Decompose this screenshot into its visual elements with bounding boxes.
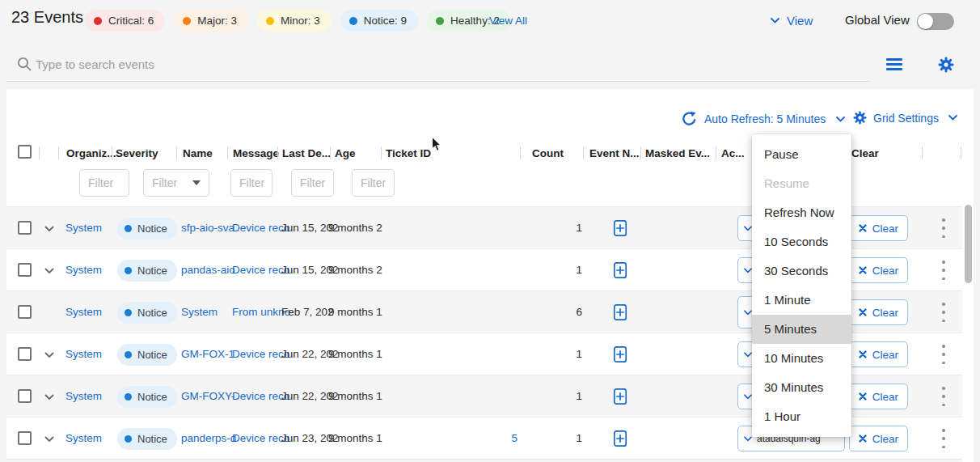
menu-item-30-minutes[interactable]: 30 Minutes bbox=[752, 373, 851, 402]
col-header-age[interactable]: Age bbox=[335, 146, 356, 160]
row-actions-kebab-icon[interactable] bbox=[938, 218, 949, 238]
organization-link[interactable]: System bbox=[65, 417, 102, 460]
clear-button[interactable]: Clear bbox=[849, 341, 908, 367]
auto-refresh-dropdown[interactable]: Auto Refresh: 5 Minutes bbox=[681, 111, 845, 127]
col-header-name[interactable]: Name bbox=[183, 146, 213, 160]
age-value: 9 months 2 bbox=[328, 207, 382, 249]
chevron-down-icon bbox=[771, 18, 779, 23]
count-value: 1 bbox=[517, 207, 582, 249]
row-checkbox[interactable] bbox=[18, 389, 32, 403]
menu-item-10-seconds[interactable]: 10 Seconds bbox=[752, 227, 851, 256]
col-header-organization[interactable]: Organiz... bbox=[66, 146, 116, 160]
settings-gear-icon[interactable] bbox=[938, 57, 954, 73]
healthy-dot-icon bbox=[436, 17, 444, 25]
row-checkbox[interactable] bbox=[18, 263, 32, 277]
create-ticket-icon[interactable] bbox=[612, 388, 628, 405]
minor-badge[interactable]: Minor: 3 bbox=[257, 10, 332, 32]
count-value: 1 bbox=[517, 417, 582, 460]
col-header-last-detected[interactable]: Last De... bbox=[282, 146, 331, 160]
menu-item-1-hour[interactable]: 1 Hour bbox=[752, 402, 851, 431]
row-checkbox[interactable] bbox=[18, 221, 32, 235]
severity-badge: Notice bbox=[117, 386, 177, 408]
row-actions-kebab-icon[interactable] bbox=[938, 303, 949, 322]
search-underline bbox=[6, 81, 870, 82]
row-checkbox[interactable] bbox=[18, 347, 32, 361]
clear-button[interactable]: Clear bbox=[849, 215, 908, 241]
create-ticket-icon[interactable] bbox=[612, 430, 628, 447]
row-actions-kebab-icon[interactable] bbox=[938, 429, 949, 448]
menu-item-pause[interactable]: Pause bbox=[752, 140, 851, 169]
create-ticket-icon[interactable] bbox=[612, 261, 628, 279]
ticket-id-link[interactable]: 5 bbox=[453, 417, 517, 460]
expand-chevron-icon[interactable] bbox=[44, 226, 54, 232]
vertical-scrollbar-thumb[interactable] bbox=[965, 205, 972, 283]
col-header-severity[interactable]: Severity bbox=[116, 146, 158, 160]
device-name-link[interactable]: pandas-aio bbox=[181, 249, 235, 291]
critical-badge[interactable]: Critical: 6 bbox=[85, 10, 165, 32]
age-value: 9 months 1 bbox=[328, 375, 382, 417]
count-value: 6 bbox=[517, 291, 582, 333]
device-name-link[interactable]: sfp-aio-sva bbox=[181, 207, 234, 249]
device-name-link[interactable]: System bbox=[181, 291, 218, 333]
search-icon bbox=[17, 57, 32, 71]
count-value: 1 bbox=[517, 249, 582, 291]
menu-item-1-minute[interactable]: 1 Minute bbox=[752, 286, 851, 315]
row-actions-kebab-icon[interactable] bbox=[938, 345, 949, 364]
chevron-down-icon bbox=[948, 115, 957, 121]
row-checkbox[interactable] bbox=[18, 305, 32, 319]
clear-button[interactable]: Clear bbox=[849, 299, 908, 325]
last-detected-filter-input[interactable] bbox=[352, 169, 395, 197]
organization-link[interactable]: System bbox=[65, 333, 102, 375]
col-header-event-note[interactable]: Event N... bbox=[589, 146, 640, 160]
select-all-checkbox[interactable] bbox=[18, 145, 32, 159]
refresh-icon bbox=[681, 111, 697, 127]
global-view-toggle[interactable] bbox=[917, 13, 954, 30]
device-name-link[interactable]: GM-FOX-1 bbox=[181, 333, 234, 375]
chevron-down-icon bbox=[744, 310, 752, 316]
create-ticket-icon[interactable] bbox=[612, 219, 628, 237]
device-name-link[interactable]: panderps-d bbox=[181, 417, 236, 460]
row-actions-kebab-icon[interactable] bbox=[938, 261, 949, 280]
major-badge[interactable]: Major: 3 bbox=[174, 10, 248, 32]
col-header-message[interactable]: Message bbox=[233, 146, 279, 160]
notice-badge[interactable]: Notice: 9 bbox=[340, 10, 418, 32]
severity-filter-select[interactable]: Filter bbox=[143, 169, 209, 197]
message-filter-input[interactable] bbox=[291, 169, 334, 197]
col-header-ticket-id[interactable]: Ticket ID bbox=[386, 146, 431, 160]
clear-button[interactable]: Clear bbox=[849, 426, 908, 451]
expand-chevron-icon[interactable] bbox=[44, 394, 54, 401]
col-header-clear[interactable]: Clear bbox=[851, 146, 879, 160]
view-all-link[interactable]: View All bbox=[489, 15, 527, 27]
menu-item-5-minutes[interactable]: 5 Minutes bbox=[752, 315, 851, 344]
create-ticket-icon[interactable] bbox=[612, 345, 628, 363]
x-icon bbox=[859, 266, 867, 274]
view-dropdown[interactable]: View bbox=[771, 14, 813, 28]
critical-dot-icon bbox=[94, 17, 102, 25]
name-filter-input[interactable] bbox=[230, 169, 272, 197]
menu-item-10-minutes[interactable]: 10 Minutes bbox=[752, 344, 851, 373]
expand-chevron-icon[interactable] bbox=[44, 436, 54, 443]
expand-chevron-icon[interactable] bbox=[44, 352, 54, 358]
col-header-acknowledge[interactable]: Ac... bbox=[721, 146, 745, 160]
organization-link[interactable]: System bbox=[65, 249, 102, 291]
col-header-count[interactable]: Count bbox=[532, 146, 564, 160]
organization-link[interactable]: System bbox=[65, 207, 102, 249]
organization-link[interactable]: System bbox=[65, 291, 102, 333]
organization-link[interactable]: System bbox=[65, 375, 102, 417]
row-checkbox[interactable] bbox=[18, 431, 32, 445]
menu-item-30-seconds[interactable]: 30 Seconds bbox=[752, 256, 851, 286]
expand-chevron-icon[interactable] bbox=[44, 268, 54, 274]
col-header-masked-events[interactable]: Masked Ev... bbox=[645, 146, 710, 160]
global-view-label: Global View bbox=[845, 13, 910, 27]
create-ticket-icon[interactable] bbox=[612, 303, 628, 321]
menu-item-refresh-now[interactable]: Refresh Now bbox=[752, 198, 851, 227]
search-input[interactable] bbox=[36, 52, 537, 76]
row-actions-kebab-icon[interactable] bbox=[938, 387, 949, 406]
organization-filter-input[interactable] bbox=[79, 169, 129, 197]
device-name-link[interactable]: GM-FOXY- bbox=[181, 375, 234, 417]
menu-item-resume: Resume bbox=[752, 169, 851, 198]
clear-button[interactable]: Clear bbox=[849, 257, 908, 283]
clear-button[interactable]: Clear bbox=[849, 384, 908, 409]
saved-searches-icon[interactable] bbox=[886, 58, 902, 70]
grid-settings-button[interactable]: Grid Settings bbox=[853, 111, 957, 125]
